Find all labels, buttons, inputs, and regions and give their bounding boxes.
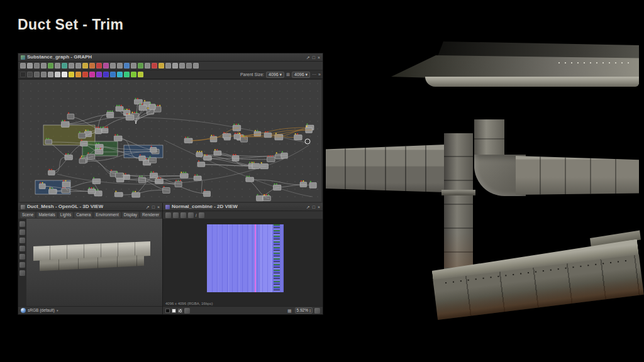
- viewport-tool-icon[interactable]: [19, 262, 25, 268]
- toolbar-icon[interactable]: [124, 63, 130, 69]
- zoom-control[interactable]: 5.92% ▴ ▾: [295, 307, 313, 314]
- graph-node[interactable]: [264, 133, 272, 137]
- detach-icon[interactable]: ↗: [306, 55, 310, 60]
- graph-output-node[interactable]: [305, 139, 310, 144]
- graph-node[interactable]: [204, 156, 212, 160]
- toolbar-icon[interactable]: [110, 63, 116, 69]
- graph-node[interactable]: [67, 114, 74, 119]
- toolbar-icon[interactable]: [138, 63, 143, 69]
- toolbar-icon[interactable]: [62, 72, 67, 77]
- close-icon[interactable]: ×: [318, 205, 320, 209]
- grid-icon[interactable]: ▦: [287, 309, 292, 313]
- link-view-icon[interactable]: [188, 212, 194, 218]
- fit-view-icon[interactable]: [314, 308, 320, 314]
- viewport-tool-icon[interactable]: [19, 246, 25, 251]
- toolbar-icon[interactable]: [27, 63, 33, 69]
- toolbar-icon[interactable]: [34, 72, 40, 77]
- graph-node[interactable]: [39, 184, 45, 189]
- graph-node[interactable]: [116, 106, 123, 111]
- toolbar-icon[interactable]: [117, 63, 123, 69]
- graph-node[interactable]: [45, 140, 52, 144]
- toolbar-icon[interactable]: [69, 63, 74, 69]
- toolbar-icon[interactable]: [165, 63, 171, 69]
- toolbar-icon[interactable]: [158, 63, 164, 69]
- graph-node[interactable]: [234, 134, 240, 140]
- graph-node[interactable]: [246, 177, 254, 182]
- toolbar-icon[interactable]: [41, 72, 47, 77]
- toolbar-icon[interactable]: [82, 72, 88, 77]
- viewport-tool-icon[interactable]: [19, 270, 25, 276]
- graph-node[interactable]: [79, 133, 86, 138]
- maximize-icon[interactable]: □: [313, 55, 315, 60]
- graph-node[interactable]: [309, 182, 316, 188]
- graph-node[interactable]: [138, 177, 145, 183]
- toolbar-icon[interactable]: [193, 63, 199, 69]
- toolbar-icon[interactable]: [152, 63, 157, 69]
- graph-node[interactable]: [65, 155, 73, 160]
- close-icon[interactable]: ×: [318, 55, 320, 60]
- background-black-swatch[interactable]: [165, 309, 170, 313]
- graph-node[interactable]: [87, 154, 94, 159]
- toolbar-icon[interactable]: [96, 72, 102, 77]
- toolbar-icon[interactable]: [34, 63, 40, 69]
- toolbar-icon[interactable]: [131, 72, 136, 77]
- close-icon[interactable]: ×: [157, 205, 160, 209]
- maximize-icon[interactable]: □: [313, 205, 315, 209]
- channels-icon[interactable]: [184, 308, 190, 314]
- info-icon[interactable]: i: [196, 213, 197, 217]
- node-graph-canvas[interactable]: [19, 80, 321, 202]
- colorspace-select[interactable]: sRGB (default): [28, 309, 55, 313]
- toolbar-icon[interactable]: [110, 72, 116, 77]
- toolbar-icon[interactable]: [82, 63, 88, 69]
- toolbar-icon[interactable]: [172, 63, 178, 69]
- graph-node[interactable]: [149, 104, 155, 110]
- graph-node[interactable]: [62, 189, 70, 193]
- link-size-icon[interactable]: ⊞: [286, 72, 290, 77]
- save-image-icon[interactable]: [165, 212, 171, 218]
- detach-icon[interactable]: ↗: [306, 205, 310, 209]
- toolbar-icon[interactable]: [55, 72, 60, 77]
- graph-node[interactable]: [294, 135, 302, 140]
- viewport-tool-icon[interactable]: [19, 221, 25, 227]
- graph-node[interactable]: [263, 196, 270, 201]
- canvas-2d[interactable]: 4096 x 4096 (RGBA, 16bpc): [163, 219, 323, 306]
- toolbar-icon[interactable]: [75, 63, 81, 69]
- toolbar-icon[interactable]: [179, 63, 185, 69]
- toolbar-icon[interactable]: [48, 72, 53, 77]
- overflow-icon[interactable]: »: [318, 72, 321, 77]
- graph-node[interactable]: [275, 134, 283, 140]
- tab-environment[interactable]: Environment: [94, 212, 121, 218]
- background-checker-swatch[interactable]: [178, 309, 182, 313]
- graph-node[interactable]: [223, 134, 231, 138]
- toolbar-icon[interactable]: [96, 63, 102, 69]
- toolbar-icon[interactable]: [69, 72, 74, 77]
- tab-materials[interactable]: Materials: [36, 212, 57, 218]
- toolbar-icon[interactable]: [103, 72, 109, 77]
- more-options-icon[interactable]: ⋯: [312, 72, 316, 77]
- viewport-tool-icon[interactable]: [19, 229, 25, 235]
- parent-size-dropdown[interactable]: 4096 ▾: [266, 72, 284, 78]
- tab-lights[interactable]: Lights: [58, 212, 73, 218]
- toolbar-icon[interactable]: [186, 63, 192, 69]
- tab-camera[interactable]: Camera: [74, 212, 92, 218]
- graph-node[interactable]: [132, 192, 140, 197]
- graph-node[interactable]: [196, 152, 203, 156]
- toolbar-icon[interactable]: [20, 72, 26, 77]
- detach-icon[interactable]: ↗: [146, 205, 150, 209]
- graph-node[interactable]: [79, 159, 86, 163]
- tab-scene[interactable]: Scene: [20, 212, 35, 218]
- graph-node[interactable]: [62, 182, 70, 187]
- viewport-tool-icon[interactable]: [19, 254, 25, 260]
- graph-node[interactable]: [139, 156, 145, 161]
- graph-node[interactable]: [135, 99, 143, 104]
- tab-display[interactable]: Display: [122, 212, 139, 218]
- graph-node[interactable]: [139, 105, 147, 111]
- toolbar-icon[interactable]: [89, 63, 95, 69]
- toolbar-icon[interactable]: [145, 63, 150, 69]
- layers-icon[interactable]: [180, 212, 186, 218]
- copy-image-icon[interactable]: [173, 212, 179, 218]
- zoom-spinner[interactable]: ▴ ▾: [309, 309, 311, 312]
- graph-node[interactable]: [147, 109, 153, 114]
- toolbar-icon[interactable]: [55, 63, 60, 69]
- toolbar-icon[interactable]: [41, 63, 47, 69]
